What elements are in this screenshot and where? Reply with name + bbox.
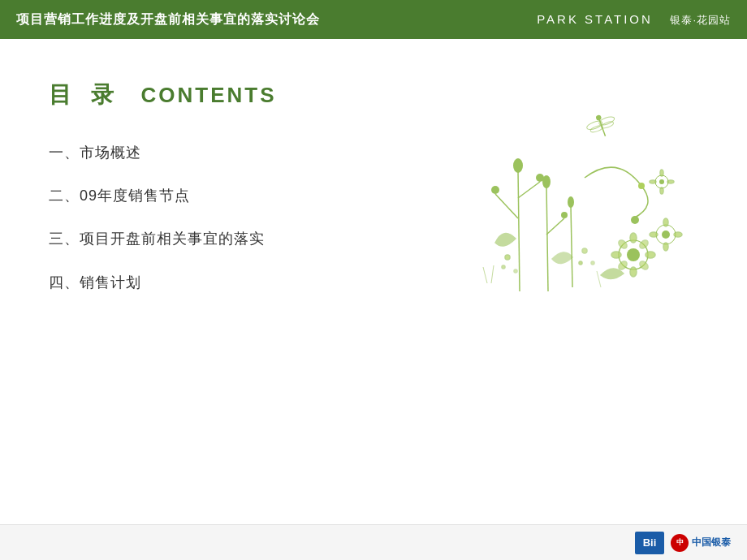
svg-line-6 [546, 186, 548, 291]
svg-point-13 [638, 183, 645, 189]
svg-line-50 [597, 271, 601, 287]
footer-bar: Bii 中 中国银泰 [0, 524, 747, 560]
svg-point-19 [646, 252, 655, 258]
svg-point-38 [514, 269, 517, 273]
title-en: CONTENTS [141, 83, 277, 107]
svg-line-8 [546, 218, 564, 235]
brand-cn: 银泰·花园站 [670, 14, 731, 26]
svg-point-17 [630, 267, 637, 277]
svg-point-12 [631, 216, 639, 224]
bii-logo: Bii [635, 532, 664, 554]
footer-logos: Bii 中 中国银泰 [635, 532, 731, 554]
svg-point-33 [660, 187, 663, 194]
china-logo-icon: 中 [671, 534, 689, 552]
svg-point-15 [627, 248, 640, 261]
svg-point-41 [579, 261, 582, 265]
svg-point-4 [491, 186, 499, 194]
header-title: 项目营销工作进度及开盘前相关事宜的落实讨论会 [16, 11, 320, 28]
svg-point-16 [630, 233, 637, 243]
svg-line-0 [518, 170, 520, 291]
svg-point-34 [650, 180, 656, 183]
svg-line-2 [518, 182, 540, 198]
svg-point-37 [502, 265, 505, 269]
svg-point-32 [660, 170, 663, 176]
svg-point-7 [542, 175, 551, 188]
svg-line-49 [491, 265, 494, 283]
svg-point-3 [513, 158, 523, 173]
svg-point-29 [674, 232, 682, 237]
svg-point-26 [663, 218, 668, 226]
header-bar: 项目营销工作进度及开盘前相关事宜的落实讨论会 PARK STATION 银泰·花… [0, 0, 747, 39]
svg-point-22 [638, 239, 650, 250]
svg-point-18 [611, 252, 621, 258]
svg-line-48 [483, 267, 487, 283]
svg-point-11 [568, 196, 574, 208]
svg-point-28 [650, 232, 658, 237]
header-brand: PARK STATION 银泰·花园站 [537, 12, 731, 28]
svg-point-46 [600, 120, 614, 129]
svg-point-36 [505, 255, 510, 260]
svg-point-47 [596, 115, 601, 120]
svg-point-27 [663, 243, 668, 251]
svg-point-25 [662, 230, 670, 239]
china-yintai-logo: 中 中国银泰 [671, 534, 731, 552]
brand-en: PARK STATION [537, 12, 653, 26]
svg-point-9 [561, 212, 568, 218]
svg-point-35 [667, 180, 674, 183]
svg-point-40 [591, 261, 594, 265]
svg-line-1 [495, 194, 518, 218]
svg-point-31 [659, 179, 664, 184]
decoration-illustration [422, 56, 698, 299]
svg-point-20 [617, 239, 628, 250]
svg-point-21 [638, 260, 650, 271]
main-content: 目 录 CONTENTS 一、市场概述 二、09年度销售节点 三、项目开盘前相关… [0, 39, 747, 332]
svg-line-10 [571, 206, 572, 287]
title-cn: 目 录 [49, 82, 120, 107]
svg-point-39 [582, 248, 587, 253]
